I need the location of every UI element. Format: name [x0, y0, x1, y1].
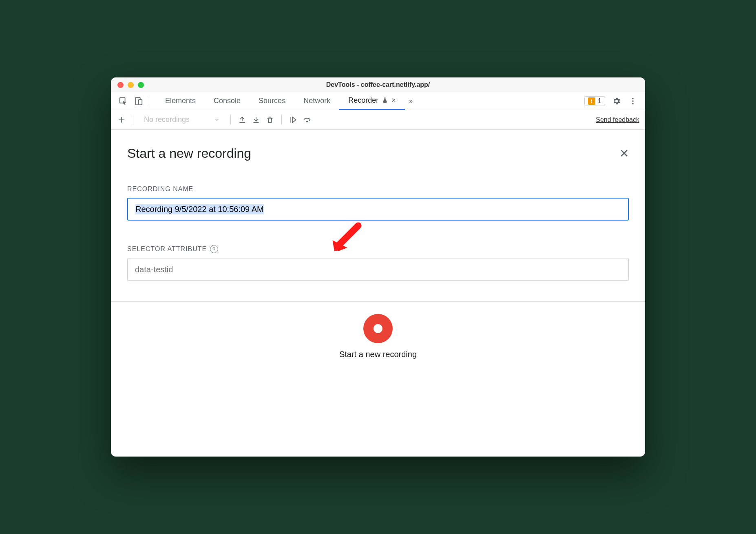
svg-point-5: [632, 97, 634, 99]
delete-icon[interactable]: [265, 115, 275, 125]
recording-name-value: Recording 9/5/2022 at 10:56:09 AM: [135, 204, 264, 214]
flask-icon: [382, 97, 388, 104]
traffic-lights: [117, 82, 144, 88]
more-icon[interactable]: [628, 96, 638, 106]
add-recording-icon[interactable]: [117, 115, 126, 125]
minimize-window-icon[interactable]: [128, 82, 134, 88]
issues-badge[interactable]: 1: [584, 96, 605, 106]
send-feedback-link[interactable]: Send feedback: [596, 116, 639, 124]
panel-tabs: Elements Console Sources Network Recorde…: [156, 92, 417, 110]
tab-network[interactable]: Network: [294, 92, 339, 110]
svg-rect-2: [139, 99, 142, 105]
dialog-title: Start a new recording: [127, 146, 251, 161]
export-icon[interactable]: [237, 115, 247, 125]
tab-console[interactable]: Console: [205, 92, 250, 110]
close-tab-icon[interactable]: ×: [391, 96, 396, 105]
inspect-tools: [115, 95, 147, 107]
zoom-window-icon[interactable]: [138, 82, 144, 88]
tabs-overflow-icon[interactable]: »: [405, 97, 417, 105]
recordings-placeholder: No recordings: [144, 115, 190, 124]
tab-elements[interactable]: Elements: [156, 92, 205, 110]
recorder-content: Start a new recording ✕ RECORDING NAME R…: [111, 130, 645, 457]
svg-point-6: [632, 100, 634, 102]
recording-name-input[interactable]: Recording 9/5/2022 at 10:56:09 AM: [127, 198, 629, 221]
tab-recorder[interactable]: Recorder ×: [339, 92, 405, 110]
divider: [230, 115, 231, 125]
tabs-row: Elements Console Sources Network Recorde…: [111, 92, 645, 110]
divider: [133, 115, 133, 125]
help-icon[interactable]: ?: [210, 245, 218, 253]
import-icon[interactable]: [251, 115, 261, 125]
close-window-icon[interactable]: [117, 82, 124, 88]
tab-sources[interactable]: Sources: [250, 92, 294, 110]
device-toolbar-icon[interactable]: [134, 96, 144, 106]
chevron-down-icon: [214, 117, 220, 123]
continue-icon[interactable]: [288, 115, 298, 125]
window-title: DevTools - coffee-cart.netlify.app/: [326, 81, 430, 88]
start-recording-label: Start a new recording: [339, 350, 417, 359]
recorder-toolbar: No recordings Send feedbac: [111, 110, 645, 130]
svg-rect-4: [591, 102, 592, 103]
record-icon: [374, 324, 382, 333]
recording-name-label: RECORDING NAME: [127, 185, 629, 193]
tabs-right: 1: [584, 96, 641, 106]
svg-rect-3: [591, 99, 592, 102]
svg-point-8: [307, 121, 308, 122]
close-dialog-icon[interactable]: ✕: [619, 147, 629, 160]
titlebar: DevTools - coffee-cart.netlify.app/: [111, 77, 645, 92]
inspect-element-icon[interactable]: [118, 96, 128, 106]
selector-attribute-input[interactable]: [127, 258, 629, 281]
step-over-icon[interactable]: [302, 115, 312, 125]
warning-icon: [588, 97, 595, 105]
recordings-dropdown[interactable]: No recordings: [140, 115, 224, 124]
issues-count: 1: [598, 97, 601, 105]
devtools-window: DevTools - coffee-cart.netlify.app/ Elem…: [111, 77, 645, 457]
selector-attribute-label: SELECTOR ATTRIBUTE ?: [127, 245, 629, 253]
settings-icon[interactable]: [612, 96, 621, 106]
divider: [281, 115, 282, 125]
start-recording-button[interactable]: [363, 314, 393, 343]
dialog-footer: Start a new recording: [111, 301, 645, 363]
svg-point-7: [632, 103, 634, 104]
